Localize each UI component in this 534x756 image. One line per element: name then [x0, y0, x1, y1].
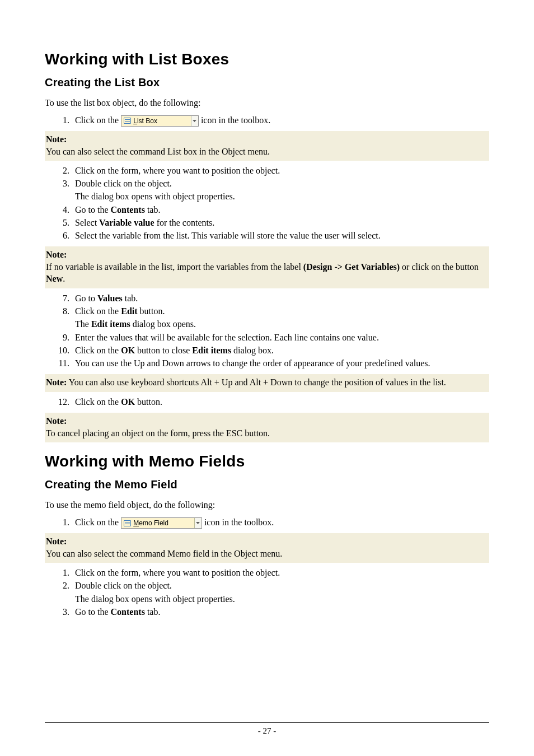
list-box-step-9: Enter the values that will be available …	[72, 331, 489, 344]
subheading-creating-memo-field: Creating the Memo Field	[45, 478, 489, 491]
memo-field-button-label: Memo Field	[133, 518, 168, 528]
note-text: Note: You can also use keyboard shortcut…	[46, 377, 446, 387]
list-box-step-8: Click on the Edit button. The Edit items…	[72, 305, 489, 330]
page-content: Working with List Boxes Creating the Lis…	[0, 0, 534, 756]
page-footer: - 27 -	[45, 722, 489, 736]
list-box-step-7: Go to Values tab.	[72, 292, 489, 305]
memofield-icon	[124, 520, 131, 526]
list-box-step-1: Click on the List Box icon in the toolbo…	[72, 114, 489, 127]
list-box-step-6: Select the variable from the list. This …	[72, 229, 489, 242]
note-label: Note:	[46, 536, 67, 546]
list-box-step-10: Click on the OK button to close Edit ite…	[72, 344, 489, 357]
list-box-step-11: You can use the Up and Down arrows to ch…	[72, 357, 489, 370]
footer-rule	[45, 722, 489, 723]
list-box-step-2: Click on the form, where you want to pos…	[72, 164, 489, 177]
list-box-step-12: Click on the OK button.	[72, 395, 489, 408]
memo-step-list-1: Click on the form, where you want to pos…	[72, 566, 489, 579]
dropdown-arrow-icon[interactable]	[191, 116, 198, 126]
note-block: Note: You can also select the command Me…	[45, 533, 489, 563]
note-block: Note: To cancel placing an object on the…	[45, 413, 489, 442]
memo-step-list-2: Double click on the object. The dialog b…	[72, 579, 489, 605]
memo-step-list-3: Go to the Contents tab.	[72, 605, 489, 618]
note-block: Note: You can also use keyboard shortcut…	[45, 374, 489, 392]
list-box-button-label: List Box	[133, 116, 157, 126]
note-block: Note: If no variable is available in the…	[45, 246, 489, 288]
dropdown-arrow-icon[interactable]	[195, 518, 202, 528]
note-text: You can also select the command Memo fie…	[46, 549, 282, 558]
note-text: You can also select the command List box…	[46, 147, 270, 156]
page-number: - 27 -	[45, 726, 489, 736]
heading-memo-fields: Working with Memo Fields	[45, 452, 489, 470]
list-box-step-4: Go to the Contents tab.	[72, 203, 489, 216]
note-label: Note:	[46, 250, 67, 259]
list-box-step-5: Select Variable value for the contents.	[72, 216, 489, 229]
list-box-intro: To use the list box object, do the follo…	[45, 97, 489, 109]
note-label: Note:	[46, 416, 67, 426]
subheading-creating-list-box: Creating the List Box	[45, 76, 489, 89]
heading-list-boxes: Working with List Boxes	[45, 50, 489, 68]
memo-intro: To use the memo field object, do the fol…	[45, 499, 489, 511]
note-text: To cancel placing an object on the form,…	[46, 428, 270, 438]
list-box-toolbar-button[interactable]: List Box	[121, 115, 199, 127]
list-box-step-3: Double click on the object. The dialog b…	[72, 177, 489, 203]
svg-marker-1	[196, 522, 200, 524]
note-text: If no variable is available in the list,…	[46, 262, 479, 284]
note-label: Note:	[46, 134, 67, 144]
listbox-icon	[124, 118, 131, 124]
memo-step-1: Click on the Memo Field icon in the tool…	[72, 516, 489, 529]
note-block: Note: You can also select the command Li…	[45, 131, 489, 161]
svg-marker-0	[193, 120, 196, 122]
memo-field-toolbar-button[interactable]: Memo Field	[121, 517, 202, 529]
